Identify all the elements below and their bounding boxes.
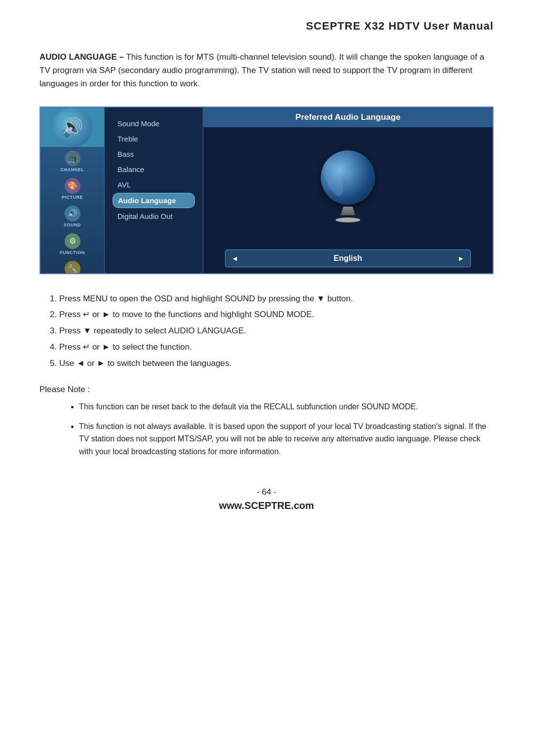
menu-item-digital-audio-out[interactable]: Digital Audio Out: [113, 209, 195, 223]
sidebar-item-setup[interactable]: 🔧 SETUP: [40, 258, 104, 274]
website-url: www.SCEPTRE.com: [39, 500, 494, 511]
menu-item-avl[interactable]: AVL: [113, 178, 195, 192]
intro-bold-term: AUDIO LANGUAGE –: [39, 52, 124, 62]
function-icon: ⚙: [65, 233, 80, 249]
osd-panel-header: Preferred Audio Language: [203, 108, 493, 127]
osd-sidebar-top: 🔊: [40, 108, 104, 147]
intro-paragraph: AUDIO LANGUAGE – This function is for MT…: [39, 50, 494, 91]
instruction-3: Press ▼ repeatedly to select AUDIO LANGU…: [59, 324, 494, 338]
sidebar-item-picture[interactable]: 🎨 PICTURE: [40, 175, 104, 203]
osd-panel-title: Preferred Audio Language: [296, 112, 401, 122]
please-note-item-1: This function can be reset back to the d…: [79, 400, 494, 413]
instructions-section: Press MENU to open the OSD and highlight…: [39, 292, 494, 371]
sidebar-item-function[interactable]: ⚙ FUNCTION: [40, 230, 104, 258]
menu-item-bass[interactable]: Bass: [113, 147, 195, 161]
setup-icon: 🔧: [65, 261, 80, 274]
instruction-5: Use ◄ or ► to switch between the languag…: [59, 357, 494, 371]
menu-item-audio-language[interactable]: Audio Language: [113, 193, 195, 208]
menu-item-balance[interactable]: Balance: [113, 162, 195, 177]
sidebar-label-function: FUNCTION: [60, 250, 85, 255]
page-title: SCEPTRE X32 HDTV User Manual: [306, 20, 494, 32]
sidebar-label-picture: PICTURE: [62, 195, 83, 200]
page-number: - 64 -: [39, 487, 494, 497]
osd-screenshot: 🔊 📺 CHANNEL 🎨 PICTURE 🔊 SOUND ⚙ FUNCTION…: [39, 107, 494, 274]
sidebar-item-channel[interactable]: 📺 CHANNEL: [40, 147, 104, 175]
channel-icon: 📺: [65, 150, 80, 166]
instruction-1: Press MENU to open the OSD and highlight…: [59, 292, 494, 306]
please-note-heading: Please Note :: [39, 385, 494, 395]
picture-icon: 🎨: [65, 178, 80, 194]
globe-icon: [321, 150, 375, 205]
osd-language-selector[interactable]: ◄ English ►: [225, 250, 471, 267]
page-header: SCEPTRE X32 HDTV User Manual: [39, 20, 494, 36]
instruction-2: Press ↵ or ► to move to the functions an…: [59, 308, 494, 322]
osd-panel: Preferred Audio Language ◄ English ►: [203, 108, 493, 273]
sidebar-label-channel: CHANNEL: [61, 167, 84, 172]
globe-stand: [341, 207, 355, 216]
please-note-section: Please Note : This function can be reset…: [39, 385, 494, 458]
instructions-list: Press MENU to open the OSD and highlight…: [39, 292, 494, 371]
sound-icon: 🔊: [65, 206, 80, 221]
sidebar-item-sound[interactable]: 🔊 SOUND: [40, 203, 104, 230]
osd-sidebar: 🔊 📺 CHANNEL 🎨 PICTURE 🔊 SOUND ⚙ FUNCTION…: [40, 108, 105, 273]
menu-item-sound-mode[interactable]: Sound Mode: [113, 116, 195, 131]
menu-item-treble[interactable]: Treble: [113, 132, 195, 146]
language-value: English: [334, 254, 362, 263]
instruction-4: Press ↵ or ► to select the function.: [59, 340, 494, 355]
osd-menu: Sound Mode Treble Bass Balance AVL Audio…: [105, 108, 203, 273]
osd-panel-globe-area: [321, 127, 375, 246]
page-footer: - 64 - www.SCEPTRE.com: [39, 487, 494, 511]
globe-base: [336, 217, 360, 222]
sidebar-label-sound: SOUND: [64, 222, 81, 227]
please-note-item-2: This function is not always available. I…: [79, 420, 494, 458]
left-arrow-icon[interactable]: ◄: [231, 254, 238, 262]
right-arrow-icon[interactable]: ►: [457, 254, 464, 262]
please-note-list: This function can be reset back to the d…: [39, 400, 494, 458]
speaker-icon: 🔊: [53, 108, 92, 147]
